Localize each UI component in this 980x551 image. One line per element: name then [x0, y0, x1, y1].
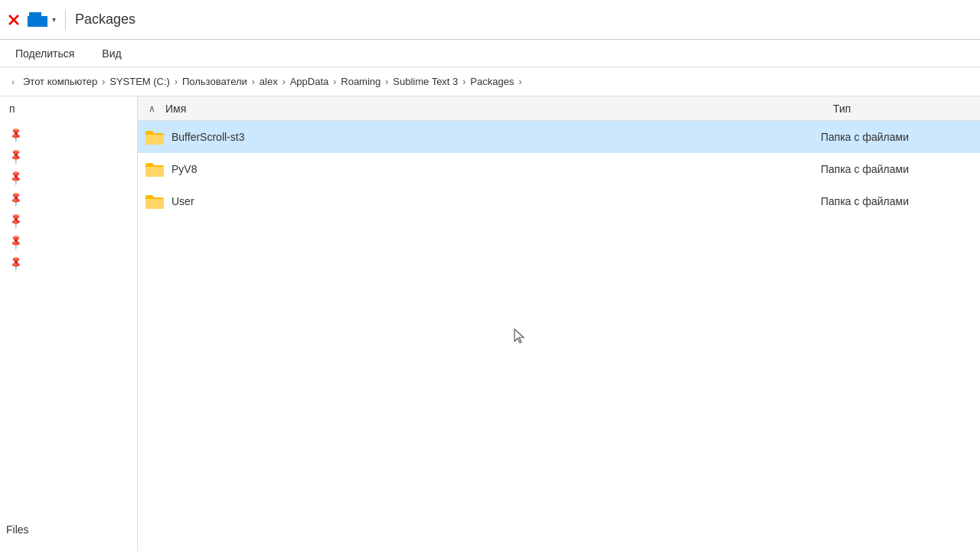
breadcrumb-item-packages[interactable]: Packages: [467, 74, 517, 89]
pin-icon-2: 📌: [7, 147, 24, 165]
file-list[interactable]: BufferScroll-st3 Папка с файлами PyV8 Па…: [138, 121, 980, 551]
pin-icon-1: 📌: [7, 126, 24, 143]
breadcrumb-item-alex[interactable]: alex: [256, 74, 281, 89]
breadcrumb-item-roaming[interactable]: Roaming: [338, 74, 384, 89]
breadcrumb-sep-8: ›: [517, 77, 523, 87]
svg-rect-3: [29, 12, 41, 18]
sidebar: п 📌 📌 📌 📌 📌 📌 📌 Files: [0, 96, 138, 551]
title-icon-area: ▾: [28, 12, 56, 28]
sidebar-pin-item-3[interactable]: 📌: [0, 167, 137, 188]
folder-icon: [144, 158, 165, 180]
breadcrumb-sep-5: ›: [332, 77, 338, 87]
file-row[interactable]: BufferScroll-st3 Папка с файлами: [138, 121, 980, 153]
pin-icon-6: 📌: [7, 233, 24, 250]
window-title: Packages: [75, 11, 136, 28]
close-button[interactable]: [6, 12, 21, 28]
breadcrumb-sep-4: ›: [281, 77, 287, 87]
svg-marker-4: [514, 329, 524, 343]
breadcrumb-item-sublime[interactable]: Sublime Text 3: [390, 74, 461, 89]
pin-icon-5: 📌: [7, 211, 24, 229]
pin-icon-4: 📌: [7, 190, 24, 207]
file-type: Папка с файлами: [821, 131, 974, 143]
menu-item-share[interactable]: Поделиться: [9, 44, 80, 63]
column-name-header[interactable]: Имя: [159, 103, 827, 115]
folder-icon: [144, 126, 165, 148]
title-separator: [65, 9, 66, 31]
breadcrumb-sep-1: ›: [100, 77, 106, 87]
folder-icon: [144, 191, 165, 212]
file-row[interactable]: User Папка с файлами: [138, 185, 980, 217]
file-type: Папка с файлами: [821, 195, 974, 207]
file-type: Папка с файлами: [821, 163, 974, 175]
sidebar-pin-item-1[interactable]: 📌: [0, 124, 137, 145]
dropdown-arrow[interactable]: ▾: [52, 15, 56, 24]
pin-icon-3: 📌: [7, 168, 24, 186]
column-headers: ∧ Имя Тип: [138, 96, 980, 121]
sidebar-pin-item-7[interactable]: 📌: [0, 253, 137, 274]
breadcrumb: › Этот компьютер › SYSTEM (C:) › Пользов…: [0, 67, 980, 96]
sidebar-pin-item-6[interactable]: 📌: [0, 231, 137, 253]
breadcrumb-item-appdata[interactable]: AppData: [287, 74, 332, 89]
sidebar-bottom-label: Files: [6, 523, 29, 536]
column-type-header[interactable]: Тип: [827, 103, 980, 115]
mouse-cursor: [513, 328, 527, 344]
sidebar-pin-item-5[interactable]: 📌: [0, 210, 137, 231]
file-name: PyV8: [172, 163, 821, 175]
sidebar-pin-item-4[interactable]: 📌: [0, 188, 137, 210]
menu-bar: Поделиться Вид: [0, 40, 980, 67]
breadcrumb-sep-7: ›: [461, 77, 467, 87]
breadcrumb-sep-6: ›: [384, 77, 390, 87]
file-name: User: [172, 195, 821, 207]
breadcrumb-item-computer[interactable]: Этот компьютер: [20, 74, 100, 89]
sidebar-pin-item-2[interactable]: 📌: [0, 145, 137, 167]
title-bar: ▾ Packages: [0, 0, 980, 40]
breadcrumb-sep-2: ›: [173, 77, 179, 87]
menu-item-view[interactable]: Вид: [96, 44, 127, 63]
sidebar-top-label: п: [0, 96, 137, 121]
file-row[interactable]: PyV8 Папка с файлами: [138, 153, 980, 185]
sidebar-pin-list: 📌 📌 📌 📌 📌 📌 📌: [0, 121, 137, 277]
breadcrumb-back[interactable]: ›: [6, 75, 20, 89]
breadcrumb-item-drive[interactable]: SYSTEM (C:): [106, 74, 173, 89]
sort-up-icon[interactable]: ∧: [144, 96, 159, 120]
breadcrumb-sep-3: ›: [250, 77, 256, 87]
main-layout: п 📌 📌 📌 📌 📌 📌 📌 Files: [0, 96, 980, 551]
breadcrumb-item-users[interactable]: Пользователи: [179, 74, 250, 89]
pin-icon-7: 📌: [7, 254, 24, 272]
file-name: BufferScroll-st3: [172, 131, 821, 143]
content-area: ∧ Имя Тип BufferScroll-st3 Папка с файла…: [138, 96, 980, 551]
